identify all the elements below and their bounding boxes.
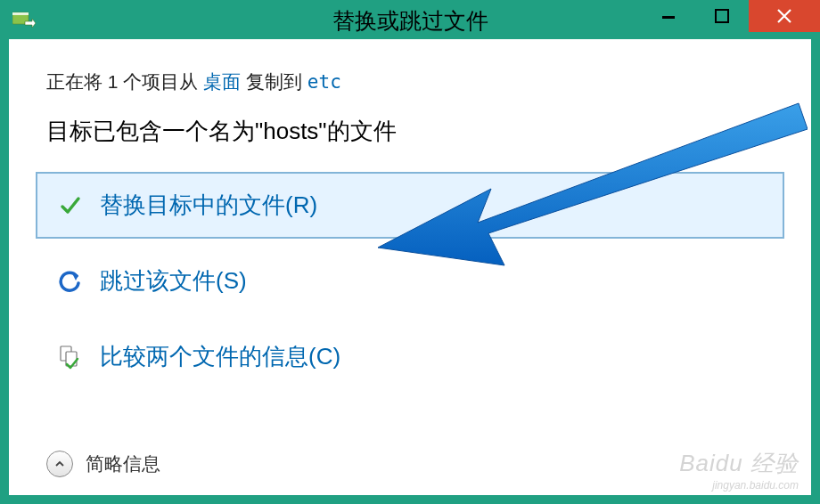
minimize-button[interactable] (642, 0, 695, 32)
watermark: Baidu 经验 jingyan.baidu.com (679, 448, 799, 492)
app-icon (12, 11, 36, 28)
watermark-sub: jingyan.baidu.com (679, 479, 799, 492)
undo-arrow-icon (57, 268, 84, 295)
compare-label: 比较两个文件的信息(C) (100, 341, 340, 372)
checkmark-icon (57, 192, 84, 219)
maximize-button[interactable] (695, 0, 749, 32)
replace-label: 替换目标中的文件(R) (100, 190, 317, 221)
dialog-content: 正在将 1 个项目从 桌面 复制到 etc 目标已包含一个名为"hosts"的文… (9, 39, 811, 495)
watermark-main: Baidu 经验 (679, 450, 799, 476)
svg-rect-1 (12, 12, 29, 15)
copy-middle: 复制到 (241, 71, 308, 92)
chevron-up-icon (46, 451, 73, 477)
options-list: 替换目标中的文件(R) 跳过该文件(S) (9, 172, 811, 390)
conflict-message: 目标已包含一个名为"hosts"的文件 (9, 94, 811, 147)
details-toggle[interactable]: 简略信息 (46, 451, 160, 477)
compare-option[interactable]: 比较两个文件的信息(C) (36, 323, 784, 390)
dialog-window: 替换或跳过文件 正在将 1 个项目从 桌面 复制到 etc 目标已包含一个名为"… (0, 0, 820, 504)
svg-rect-2 (662, 16, 675, 19)
copy-prefix: 正在将 1 个项目从 (46, 71, 203, 92)
svg-rect-3 (716, 10, 728, 22)
copy-status-line: 正在将 1 个项目从 桌面 复制到 etc (9, 39, 811, 94)
details-label: 简略信息 (86, 451, 160, 476)
window-controls (642, 0, 820, 32)
skip-label: 跳过该文件(S) (100, 265, 247, 297)
compare-files-icon (57, 344, 84, 370)
skip-option[interactable]: 跳过该文件(S) (36, 248, 784, 314)
copy-dest-link[interactable]: etc (308, 71, 341, 93)
copy-source-link[interactable]: 桌面 (203, 71, 241, 92)
titlebar: 替换或跳过文件 (0, 0, 820, 39)
close-button[interactable] (749, 0, 820, 32)
replace-option[interactable]: 替换目标中的文件(R) (36, 172, 784, 239)
